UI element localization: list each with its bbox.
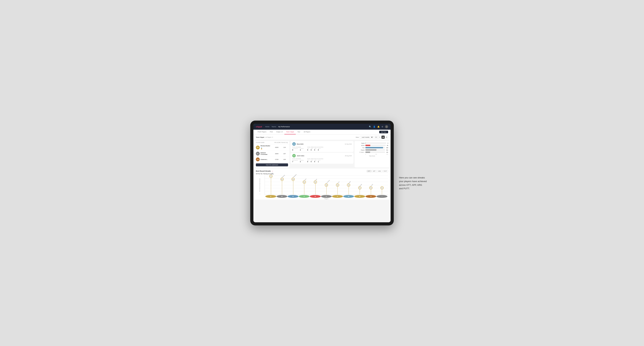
streak-dot: 6x (280, 178, 284, 181)
player-avg: 107 (281, 153, 288, 155)
avatar: RB (292, 142, 296, 146)
streaks-header: Best Round Streaks ← OTT APP ARG PUTT (256, 170, 388, 172)
show-label: Show (356, 137, 359, 138)
streak-line (315, 182, 316, 194)
practice-activities-label: Total Practice Activities (307, 147, 323, 148)
total-rounds-label: Total Rounds (292, 158, 304, 159)
user-icon[interactable]: 👤 (373, 126, 376, 128)
y-labels: 7 6 5 4 3 2 1 0 (260, 175, 260, 194)
player-card: RB Rees Britt 02 Sep 2023 Total Rounds T… (290, 141, 354, 152)
streak-player-avatar: EC (321, 195, 332, 198)
streak-dot: 3x (380, 186, 384, 189)
player-card-name: Josh Coles (297, 155, 304, 157)
edit-icon[interactable]: ✏ (272, 137, 273, 138)
putt-filter-btn[interactable]: PUTT (382, 170, 388, 172)
streak-line (293, 179, 293, 194)
table-view-btn[interactable]: ⊟ (385, 136, 388, 139)
rank-badge: 2 (258, 154, 260, 156)
bar-label: Pars (356, 147, 365, 148)
streak-player-avatar: DF (332, 195, 343, 198)
table-row[interactable]: RB 1 Richard Butler 🏅 19/20 110 (254, 144, 290, 151)
nav-home[interactable]: Home (265, 126, 269, 128)
settings-icon[interactable]: ⚙ (382, 126, 383, 128)
bar-row: Birdies 96 (356, 145, 388, 146)
axis-label: 200 (376, 154, 377, 155)
grid-view-btn[interactable]: ⊞ (374, 136, 378, 139)
user-avatar[interactable]: U (385, 125, 388, 128)
card-stats: Total Rounds Tournament 8 Practice (292, 147, 352, 151)
bell-icon[interactable]: 🔔 (377, 126, 380, 128)
subnav-tour[interactable]: Tour (296, 130, 302, 134)
nav-teams[interactable]: Teams (272, 126, 276, 128)
bar-value: 96 (387, 145, 388, 146)
streak-dot: 5x (314, 180, 317, 184)
avatar: EC 2 (256, 152, 260, 156)
search-icon[interactable]: 🔍 (369, 126, 371, 128)
tournament-value: 7 (292, 161, 298, 163)
player-score: 19/20 (273, 147, 280, 148)
add-team-button[interactable]: Add Team (379, 131, 388, 133)
view-leaderboard-button[interactable]: View Full Leaderboard (256, 163, 288, 166)
avatar: CB 3 (256, 158, 260, 161)
streak-bar-group: 4xM. Miller (343, 175, 354, 194)
player-info: Cameron... (260, 159, 272, 160)
player-avg: 110 (281, 147, 288, 148)
list-view-btn[interactable]: ≡ (378, 136, 381, 139)
bar-value: 311 (386, 149, 388, 151)
streak-player-avatar: BM (276, 195, 288, 198)
bar-container (366, 145, 386, 146)
subnav-team-clippd[interactable]: Team Clippd (284, 130, 296, 134)
streak-bar-group: 3xR. Butler (354, 175, 365, 194)
bar-value: 499 (386, 147, 388, 148)
streak-bar-group: 6xD. Billingham (288, 175, 298, 194)
bar-container (366, 152, 385, 153)
subnav-pga[interactable]: PGA (268, 130, 274, 134)
players-label: Players (264, 198, 388, 199)
streak-bar-group: 7xE. Ewart (266, 175, 276, 194)
player-info: Richard Butler 🏅 (260, 145, 272, 150)
show-controls: Show Last 3 months ⊞ ≡ ▦ ⊟ (356, 136, 388, 139)
practice-activities-group: Total Practice Activities OTT 0 APP (307, 158, 323, 163)
arg-filter-btn[interactable]: ARG (377, 170, 382, 172)
streak-dot: 3x (358, 186, 362, 189)
app-value: 0 (310, 149, 313, 151)
streak-bar-group: 4xE. Crossman (321, 175, 332, 194)
subnav-hcaps[interactable]: Hcaps 1-5 (274, 130, 284, 134)
chart-title: Total Shots (356, 155, 388, 157)
streak-dot: 4x (325, 183, 328, 187)
table-row[interactable]: EC 2 Edward Crossman 18/20 107 (254, 151, 290, 157)
card-view-btn[interactable]: ▦ (382, 136, 385, 139)
period-select[interactable]: Last 3 months (360, 136, 374, 139)
bar-label: Birdies (356, 145, 365, 146)
player-score: 18/20 (273, 153, 280, 155)
annotation-text: Here you can see streaksyour players hav… (399, 176, 434, 190)
chart-axis: 0 200 400 (356, 154, 388, 155)
nav-my-performance[interactable]: My Performance (278, 126, 290, 128)
bar-chart: Eagles 3 Birdies (356, 142, 388, 157)
streak-player-avatar: ? (376, 195, 388, 198)
streak-player-avatar: RB (354, 195, 365, 198)
bar-row: D. Bogeys + 131 (356, 152, 388, 153)
bar-value: 131 (386, 152, 388, 153)
bar-container (366, 149, 385, 151)
avatar: RB 1 (256, 146, 260, 149)
streak-dot: 6x (292, 178, 295, 181)
table-row[interactable]: CB 3 Cameron... 17/20 103 (254, 157, 290, 162)
subnav-pgat[interactable]: PGAT Players (256, 130, 268, 134)
app-logo: clippd (256, 126, 262, 128)
leaderboard-panel: PLAYER NAME PB SCORE PB AVG SQ RB 1 Ric (254, 141, 290, 168)
streak-dot: 4x (347, 183, 350, 187)
streak-dot: 4x (336, 183, 339, 187)
streak-player-avatar: MM (343, 195, 354, 198)
player-card: JC Josh Coles 26 Aug 2023 Total Rounds T… (290, 153, 354, 164)
bar-label: Bogeys (356, 149, 365, 151)
app-filter-btn[interactable]: APP (372, 170, 377, 172)
player-name: Cameron... (260, 159, 272, 160)
view-icons: ⊞ ≡ ▦ ⊟ (374, 136, 388, 139)
practice-activities-group: Total Practice Activities OTT 0 APP (307, 147, 323, 151)
ott-filter-btn[interactable]: OTT (366, 170, 372, 172)
subnav-all-players[interactable]: All Players (302, 130, 312, 134)
arg-value: 0 (314, 161, 316, 163)
streak-dot: 5x (303, 180, 306, 184)
total-rounds-label: Total Rounds (292, 147, 304, 148)
